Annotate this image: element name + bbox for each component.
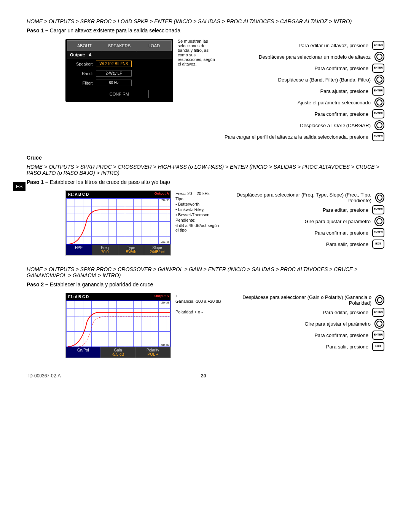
- tab-speakers[interactable]: SPEAKERS: [102, 40, 137, 51]
- lang-badge: ES: [13, 182, 25, 191]
- instr-text: Desplácese para seleccionar un modelo de…: [259, 54, 371, 60]
- device-panel-load: ABOUT SPEAKERS LOAD Output: A Speaker:WL…: [65, 39, 173, 102]
- instr-text: Para ajustar, presione: [320, 88, 368, 94]
- breadcrumb-1: HOME > OUTPUTS > SPKR PROC > LOAD SPKR >…: [27, 18, 384, 24]
- knob-icon: [374, 216, 384, 226]
- tab-about[interactable]: ABOUT: [67, 40, 102, 51]
- enter-button-icon: ENTER: [372, 132, 384, 141]
- knob-icon: [374, 75, 384, 85]
- hpf-label: HPF: [66, 244, 92, 255]
- enter-button-icon: ENTER: [372, 109, 384, 118]
- instr-text: Para salir, presione: [326, 241, 368, 247]
- gnpol-label: Gn/Pol: [66, 347, 101, 358]
- chart-gnpol: F1: A B C D Output A 20 dB -60 dB Gn/Pol…: [65, 293, 171, 358]
- breadcrumb-2: HOME > OUTPUTS > SPKR PROC > CROSSOVER >…: [27, 164, 384, 176]
- enter-button-icon: ENTER: [372, 205, 384, 214]
- instr-text: Gire para ajustar el parámetro: [305, 321, 371, 327]
- instr-text: Desplácese para seleccionar (Gain o Pola…: [233, 294, 371, 306]
- enter-button-icon: ENTER: [372, 64, 384, 73]
- knob-icon: [374, 120, 384, 130]
- page-footer: TD-000367-02-A 20: [27, 373, 384, 379]
- step3-heading: Paso 2 – Establecer la ganancia y polari…: [27, 281, 384, 288]
- chart-hpf: F1: A B C D Output A 20 dB -60 dB HPF Fr…: [65, 190, 171, 256]
- enter-button-icon: ENTER: [372, 41, 384, 50]
- knob-icon: [375, 193, 384, 203]
- instr-text: Para salir, presione: [326, 344, 368, 350]
- param-cell[interactable]: TypeBWrth: [118, 244, 145, 255]
- param-cell[interactable]: PolarityPOL +: [135, 347, 170, 358]
- device-val[interactable]: WL2102 BILFNS: [96, 61, 132, 67]
- notes-3: +Ganancia -100 a +20 dB–Polaridad + o -: [175, 293, 229, 315]
- instr-text: Para confirmar, presione: [314, 66, 368, 71]
- instr-text: Para confirmar, presione: [314, 332, 368, 338]
- param-cell[interactable]: Gain-5.5 dB: [101, 347, 136, 358]
- instr-text: Para editar, presione: [323, 207, 368, 213]
- notes-2: Frec.: 20 – 20 kHzTipo:• Butterworth• Li…: [175, 190, 221, 233]
- instr-text: Para editar, presione: [323, 310, 368, 315]
- step2-heading: Paso 1 – Establecer los filtros de cruce…: [27, 179, 384, 185]
- param-cell[interactable]: Slope24dB/oct: [144, 244, 170, 255]
- instr-text: Desplácese a LOAD (CARGAR): [300, 123, 371, 128]
- exit-button-icon: EXIT: [372, 240, 384, 249]
- instr-text: Para confirmar, presione: [314, 111, 368, 117]
- instr-text: Ajuste el parámetro seleccionado: [298, 100, 371, 105]
- notes-1: Se muestran las selecciones de banda y f…: [178, 39, 216, 66]
- tab-load[interactable]: LOAD: [137, 40, 172, 51]
- doc-id: TD-000367-02-A: [27, 373, 61, 379]
- instr-text: Desplácese para seleccionar (Freq, Type,…: [226, 192, 371, 203]
- param-cell[interactable]: Freq70.0: [92, 244, 118, 255]
- instr-text: Desplácese a (Band, Filter) (Banda, Filt…: [278, 77, 371, 83]
- breadcrumb-3: HOME > OUTPUTS > SPKR PROC > CROSSOVER >…: [27, 266, 384, 278]
- knob-icon: [375, 295, 384, 305]
- knob-icon: [374, 319, 384, 329]
- instr-text: Gire para ajustar el parámetro: [305, 219, 371, 224]
- device-val[interactable]: 2-Way LF: [96, 70, 132, 77]
- knob-icon: [374, 52, 384, 62]
- exit-button-icon: EXIT: [372, 342, 384, 351]
- enter-button-icon: ENTER: [372, 86, 384, 96]
- enter-button-icon: ENTER: [372, 308, 384, 317]
- page-number: 20: [61, 373, 346, 379]
- device-val[interactable]: 80 Hz: [96, 80, 132, 86]
- knob-icon: [374, 97, 384, 107]
- enter-button-icon: ENTER: [372, 331, 384, 340]
- step1-heading: Paso 1 – Cargar un altavoz existente par…: [27, 27, 384, 34]
- confirm-button[interactable]: CONFIRM: [90, 90, 149, 98]
- instr-text: Para cargar el perfil del altavoz a la s…: [225, 134, 368, 140]
- subhead-cruce: Cruce: [27, 155, 384, 161]
- instr-text: Para editar un altavoz, presione: [298, 43, 368, 48]
- enter-button-icon: ENTER: [372, 228, 384, 237]
- instr-text: Para confirmar, presione: [314, 230, 368, 236]
